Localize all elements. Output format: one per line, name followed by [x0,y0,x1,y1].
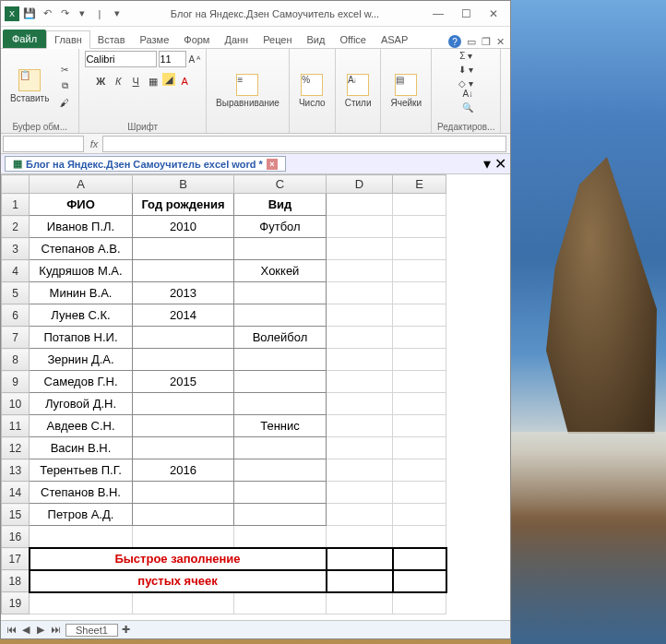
first-sheet-icon[interactable]: ⏮ [5,624,18,636]
cell[interactable] [234,459,327,482]
cell[interactable] [393,371,446,393]
restore-icon[interactable]: ❐ [482,36,491,48]
autosum-icon[interactable]: Σ ▾ [459,51,472,61]
grow-font-icon[interactable]: A [188,54,195,65]
font-size-input[interactable] [159,51,186,67]
cell[interactable] [393,393,446,415]
cell[interactable]: Степанов В.Н. [30,482,133,504]
cell[interactable] [327,194,393,216]
new-sheet-icon[interactable]: ✚ [122,624,130,636]
cell[interactable]: Зернин Д.А. [30,349,133,371]
cell[interactable] [133,437,234,459]
cell[interactable] [327,349,393,371]
cell[interactable] [234,437,327,459]
minimize-button[interactable]: — [425,5,451,23]
row-header[interactable]: 14 [2,482,30,504]
cell[interactable]: Потапов Н.И. [30,327,133,349]
cell[interactable] [133,592,234,614]
cell[interactable] [327,548,393,570]
cell[interactable] [327,304,393,327]
cell[interactable] [327,282,393,304]
cell[interactable] [234,282,327,304]
tab-data[interactable]: Данн [217,31,256,48]
cell[interactable] [327,570,393,592]
fill-icon[interactable]: ⬇ ▾ [458,65,473,75]
qat-dropdown-icon[interactable]: ▾ [110,6,125,21]
cell[interactable] [133,504,234,526]
cell[interactable] [234,371,327,393]
cell[interactable]: Минин В.А. [30,282,133,304]
next-sheet-icon[interactable]: ▶ [34,624,47,636]
cell[interactable] [327,415,393,437]
cell[interactable]: Степанов А.В. [30,238,133,260]
tab-formulas[interactable]: Форм [176,31,217,48]
row-header[interactable]: 6 [2,304,30,327]
cell[interactable] [393,327,446,349]
fx-icon[interactable]: fx [86,138,102,149]
cell[interactable]: Быстрое заполнение [30,548,327,570]
styles-button[interactable]: AᵢСтили [341,72,375,110]
row-header[interactable]: 16 [2,526,30,548]
border-button[interactable]: ▦ [145,73,161,89]
cell[interactable] [234,349,327,371]
tab-review[interactable]: Рецен [256,31,299,48]
cell[interactable] [133,260,234,282]
last-sheet-icon[interactable]: ⏭ [49,624,62,636]
close-button[interactable]: ✕ [481,5,506,23]
cell[interactable]: Хоккей [234,260,327,282]
cell[interactable] [327,216,393,238]
cell[interactable] [327,393,393,415]
cell[interactable]: 2015 [133,371,234,393]
maximize-button[interactable]: ☐ [453,5,479,23]
find-icon[interactable]: 🔍 [462,102,473,113]
col-header-b[interactable]: B [133,175,234,194]
cell[interactable]: 2016 [133,459,234,482]
cell[interactable]: Год рождения [133,194,234,216]
row-header[interactable]: 11 [2,415,30,437]
doc-tab-close-icon[interactable]: × [267,159,278,170]
tab-file[interactable]: Файл [3,30,46,48]
prev-sheet-icon[interactable]: ◀ [19,624,32,636]
row-header[interactable]: 15 [2,504,30,526]
cell[interactable]: пустых ячеек [30,570,327,592]
cell[interactable] [393,548,446,570]
cell[interactable] [393,504,446,526]
cell[interactable] [234,504,327,526]
select-all[interactable] [2,175,30,194]
cell[interactable] [393,592,446,614]
redo-icon[interactable]: ↷ [57,6,72,21]
cell[interactable]: Луговой Д.Н. [30,393,133,415]
cell[interactable] [30,526,133,548]
align-button[interactable]: ≡Выравнивание [212,72,283,110]
clear-icon[interactable]: ◇ ▾ [458,78,473,89]
formatpainter-icon[interactable]: 🖌 [56,95,73,110]
bold-button[interactable]: Ж [92,73,109,89]
cell[interactable] [327,504,393,526]
cell[interactable] [327,238,393,260]
cell[interactable]: Терентьев П.Г. [30,459,133,482]
sort-icon[interactable]: A↓ [462,89,473,99]
cell[interactable] [327,260,393,282]
formula-input[interactable] [102,136,506,152]
undo-icon[interactable]: ↶ [40,6,54,21]
fill-color-button[interactable]: ◢ [162,73,175,86]
italic-button[interactable]: К [110,73,126,89]
col-header-c[interactable]: C [234,175,327,194]
tab-office[interactable]: Office [332,31,374,48]
doc-tab[interactable]: ▦ Блог на Яндекс.Дзен Самоучитель excel … [5,156,286,172]
number-button[interactable]: %Число [295,72,329,110]
cell[interactable] [393,260,446,282]
row-header[interactable]: 18 [2,570,30,592]
cells-button[interactable]: ▤Ячейки [387,72,425,110]
cell[interactable] [327,592,393,614]
cut-icon[interactable]: ✂ [56,62,73,77]
cell[interactable] [133,349,234,371]
cell[interactable] [327,437,393,459]
cell[interactable]: Кудряшов М.А. [30,260,133,282]
row-header[interactable]: 19 [2,592,30,614]
row-header[interactable]: 10 [2,393,30,415]
cell[interactable] [393,437,446,459]
col-header-e[interactable]: E [393,175,446,194]
row-header[interactable]: 5 [2,282,30,304]
cell[interactable] [393,282,446,304]
